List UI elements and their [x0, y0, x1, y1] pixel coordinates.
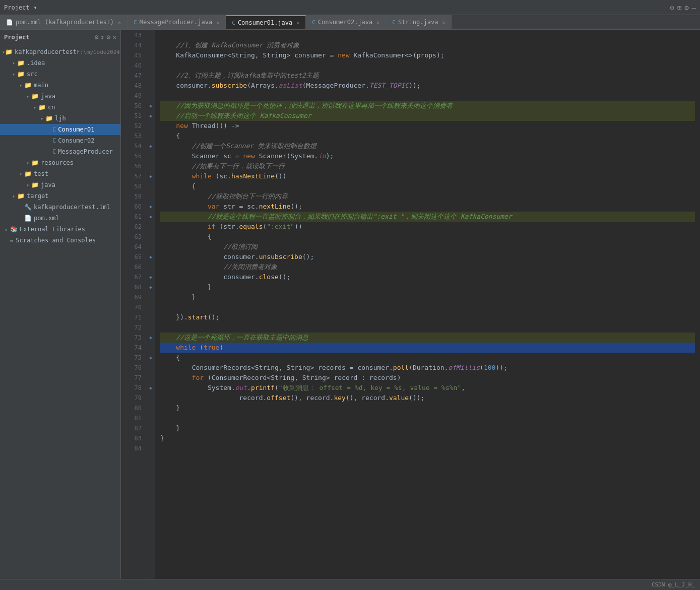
tab-str-close[interactable]: ✕: [442, 20, 445, 25]
sidebar-title: Project: [4, 34, 30, 41]
code-line: {: [160, 181, 695, 191]
code-token-cls: String: [286, 363, 310, 373]
tree-item[interactable]: ▾📁cn: [0, 102, 120, 113]
config-icon[interactable]: ⚙: [684, 4, 688, 12]
sidebar-gear-icon[interactable]: ⚙: [106, 33, 110, 41]
code-token-cmt: //关闭消费者对象: [160, 262, 277, 272]
breakpoint-icon[interactable]: ◆: [149, 335, 152, 340]
tree-item[interactable]: ▾📁java: [0, 91, 120, 102]
code-token-cls: Thread: [192, 121, 216, 131]
code-token-fn: unsubscribe: [259, 252, 302, 262]
line-number: 55: [123, 151, 142, 161]
tree-arrow-icon[interactable]: ▾: [31, 105, 38, 110]
tab-str[interactable]: C String.java ✕: [386, 15, 452, 29]
tree-item[interactable]: 🔧kafkaproducertest.iml: [0, 202, 120, 213]
tree-arrow-icon[interactable]: ▾: [24, 94, 31, 99]
code-line: [160, 91, 695, 101]
tree-arrow-icon[interactable]: ▾: [10, 60, 17, 66]
code-line: var str = sc.nextLine();: [160, 202, 695, 212]
code-token-plain: consumer.: [160, 252, 259, 262]
tree-arrow-icon[interactable]: ▾: [10, 72, 17, 77]
sidebar-expand-icon[interactable]: ↕: [101, 33, 105, 41]
tree-item[interactable]: ▾📁src: [0, 69, 120, 80]
code-token-kw: if: [208, 222, 216, 232]
gutter-item: [146, 191, 155, 202]
tab-mp-close[interactable]: ✕: [216, 20, 219, 25]
tab-pom[interactable]: 📄 pom.xml (kafkaproducertest) ✕: [0, 15, 128, 29]
gutter-item: [146, 363, 155, 373]
breakpoint-icon[interactable]: ◆: [149, 275, 152, 280]
breakpoint-icon[interactable]: ◆: [149, 174, 152, 179]
project-label[interactable]: Project: [4, 4, 30, 11]
code-token-cmt-green: //就是这个线程一直监听控制台，如果我们在控制台输出":exit "，则关闭这个…: [160, 212, 512, 222]
tree-file-icon: 📁: [31, 181, 39, 188]
breakpoint-icon[interactable]: ◆: [149, 214, 152, 219]
code-token-fn: key: [334, 393, 345, 403]
tree-item[interactable]: 📄pom.xml: [0, 213, 120, 224]
line-number: 84: [123, 443, 142, 453]
sidebar-close-icon[interactable]: ✕: [112, 33, 116, 41]
code-token-plain: ,: [255, 50, 263, 60]
tree-arrow-icon[interactable]: ▾: [17, 171, 24, 177]
tree-item[interactable]: ▾📁target: [0, 190, 120, 202]
code-line: }: [160, 403, 695, 413]
tree-arrow-icon[interactable]: ▾: [24, 160, 31, 166]
code-token-plain: > consumer =: [286, 50, 338, 60]
tree-arrow-icon[interactable]: ▾: [17, 83, 24, 88]
breakpoint-icon[interactable]: ◆: [149, 254, 152, 259]
tree-arrow-icon[interactable]: ▾: [10, 193, 17, 199]
code-line: //因为获取消息的循环是一个死循环，没法退出，所以我在这里再加一个线程来关闭这个…: [160, 101, 695, 111]
tree-item[interactable]: CConsumer02: [0, 135, 120, 146]
tree-item[interactable]: ▸📚External Libraries: [0, 224, 120, 235]
code-token-plain: [255, 151, 259, 161]
breakpoint-icon[interactable]: ◆: [149, 385, 152, 390]
tree-arrow-icon[interactable]: ▾: [38, 116, 45, 121]
tab-c01-close[interactable]: ✕: [296, 20, 299, 26]
line-number: 51: [123, 111, 142, 121]
line-number: 72: [123, 322, 142, 333]
tree-item[interactable]: CMessageProducer: [0, 146, 120, 157]
tree-item[interactable]: ▾📁.idea: [0, 57, 120, 69]
tree-arrow-icon[interactable]: ▸: [3, 227, 10, 232]
line-number: 75: [123, 353, 142, 363]
breakpoint-icon[interactable]: ◆: [149, 204, 152, 209]
tree-item-label: Consumer01: [58, 126, 94, 133]
code-token-plain: ,: [279, 363, 287, 373]
gutter-item: [146, 443, 155, 453]
code-token-plain: <: [227, 50, 231, 60]
tree-item[interactable]: ▾📁test: [0, 168, 120, 179]
mp-icon: C: [134, 19, 137, 26]
layout-icon[interactable]: ⊞: [677, 4, 681, 12]
tree-item[interactable]: ▾📁resources: [0, 157, 120, 168]
breakpoint-icon[interactable]: ◆: [149, 285, 152, 290]
breakpoint-icon[interactable]: ◆: [149, 144, 152, 149]
code-line: {: [160, 353, 695, 363]
code-line: [160, 443, 695, 453]
tree-arrow-icon[interactable]: ▾: [24, 182, 31, 188]
tab-mp[interactable]: C MessageProducer.java ✕: [128, 15, 226, 29]
tab-pom-close[interactable]: ✕: [118, 20, 121, 25]
tab-c02-close[interactable]: ✕: [376, 20, 379, 25]
str-icon: C: [392, 19, 396, 26]
tab-c02[interactable]: C Consumer02.java ✕: [306, 15, 386, 29]
tree-item[interactable]: CConsumer01: [0, 124, 120, 135]
breakpoint-icon[interactable]: ◆: [149, 113, 152, 118]
minimize-icon[interactable]: —: [692, 4, 696, 12]
code-token-cls: String: [255, 363, 279, 373]
tree-item-label: cn: [48, 104, 55, 111]
code-content[interactable]: //1、创建 KafkaConsumer 消费者对象 KafkaConsumer…: [155, 30, 700, 579]
tree-item[interactable]: ✏️Scratches and Consoles: [0, 235, 120, 246]
tree-item[interactable]: ▾📁ljh: [0, 113, 120, 124]
tree-item[interactable]: ▾📁kafkaproducertest F:\myCode2024\kaf: [0, 46, 120, 57]
gutter-item: [146, 393, 155, 403]
tab-c01[interactable]: C Consumer01.java ✕: [226, 15, 306, 29]
tree-item[interactable]: ▾📁java: [0, 179, 120, 190]
gutter-item: [146, 30, 155, 40]
settings-icon[interactable]: ⚙: [670, 4, 674, 12]
tree-item[interactable]: ▾📁main: [0, 80, 120, 91]
breakpoint-icon[interactable]: ◆: [149, 103, 152, 108]
sidebar-settings-icon[interactable]: ⚙: [95, 33, 99, 41]
code-token-cmt: //获取控制台下一行的内容: [160, 191, 288, 202]
dropdown-arrow-icon[interactable]: ▾: [34, 4, 37, 11]
breakpoint-icon[interactable]: ◆: [149, 355, 152, 360]
